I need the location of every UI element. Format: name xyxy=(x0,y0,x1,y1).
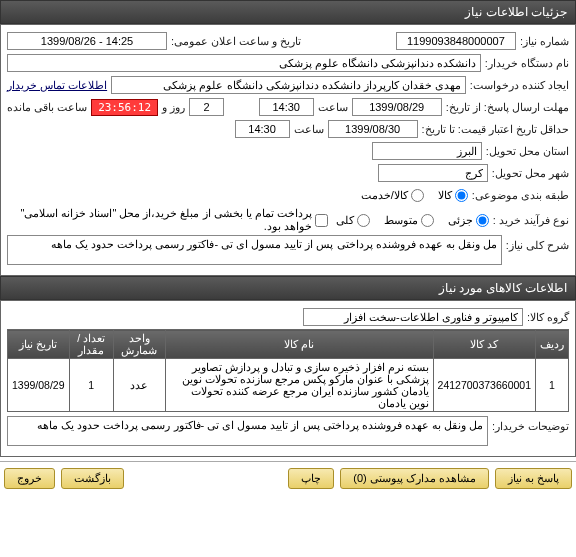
announce-field[interactable] xyxy=(7,32,167,50)
desc-textarea[interactable] xyxy=(7,235,502,265)
col-row: ردیف xyxy=(536,330,569,359)
days-remain-label: روز و xyxy=(162,101,185,114)
deadline-date-field[interactable] xyxy=(352,98,442,116)
cell-qty: 1 xyxy=(69,359,113,412)
buyer-notes-label: توضیحات خریدار: xyxy=(492,416,569,433)
province-label: استان محل تحویل: xyxy=(486,145,569,158)
countdown-timer: 23:56:12 xyxy=(91,99,158,116)
contact-link[interactable]: اطلاعات تماس خریدار xyxy=(7,79,107,92)
print-button[interactable]: چاپ xyxy=(288,468,334,489)
buyer-notes-textarea[interactable] xyxy=(7,416,488,446)
time-label-2: ساعت xyxy=(294,123,324,136)
cell-unit: عدد xyxy=(113,359,165,412)
col-qty: تعداد / مقدار xyxy=(69,330,113,359)
process-opt-medium[interactable]: متوسط xyxy=(384,214,434,227)
back-button[interactable]: بازگشت xyxy=(61,468,124,489)
panel-title: جزئیات اطلاعات نیاز xyxy=(465,5,567,19)
treasury-note[interactable]: پرداخت تمام یا بخشی از مبلغ خرید،از محل … xyxy=(7,207,328,233)
announce-label: تاریخ و ساعت اعلان عمومی: xyxy=(171,35,301,48)
panel-header: جزئیات اطلاعات نیاز xyxy=(0,0,576,24)
items-title: اطلاعات کالاهای مورد نیاز xyxy=(439,281,567,295)
items-table-wrap: ردیف کد کالا نام کالا واحد شمارش تعداد /… xyxy=(7,329,569,412)
budget-opt-goods[interactable]: کالا xyxy=(438,189,468,202)
deadline-label: مهلت ارسال پاسخ: از تاریخ: xyxy=(446,101,569,114)
countdown-label: ساعت باقی مانده xyxy=(7,101,87,114)
exit-button[interactable]: خروج xyxy=(4,468,55,489)
cell-code: 2412700373660001 xyxy=(433,359,535,412)
time-label-1: ساعت xyxy=(318,101,348,114)
budget-radio-group: کالا کالا/خدمت xyxy=(361,189,468,202)
cell-name: بسته نرم افزار ذخیره سازی و تبادل و پردا… xyxy=(165,359,433,412)
items-header: اطلاعات کالاهای مورد نیاز xyxy=(0,276,576,300)
need-form: شماره نیاز: تاریخ و ساعت اعلان عمومی: نا… xyxy=(0,24,576,276)
city-field[interactable] xyxy=(378,164,488,182)
col-unit: واحد شمارش xyxy=(113,330,165,359)
buyer-label: نام دستگاه خریدار: xyxy=(485,57,569,70)
process-opt-large[interactable]: کلی xyxy=(336,214,370,227)
process-radio-group: جزئی متوسط کلی xyxy=(336,214,489,227)
group-label: گروه کالا: xyxy=(527,311,569,324)
attachments-button[interactable]: مشاهده مدارک پیوستی (0) xyxy=(340,468,489,489)
validity-date-field[interactable] xyxy=(328,120,418,138)
cell-idx: 1 xyxy=(536,359,569,412)
items-area: گروه کالا: ردیف کد کالا نام کالا واحد شم… xyxy=(0,300,576,457)
desc-label: شرح کلی نیاز: xyxy=(506,235,569,252)
cell-date: 1399/08/29 xyxy=(8,359,70,412)
budget-label: طبقه بندی موضوعی: xyxy=(472,189,569,202)
need-no-field[interactable] xyxy=(396,32,516,50)
budget-opt-service[interactable]: کالا/خدمت xyxy=(361,189,424,202)
process-opt-small[interactable]: جزئی xyxy=(448,214,489,227)
deadline-time-field[interactable] xyxy=(259,98,314,116)
col-date: تاریخ نیاز xyxy=(8,330,70,359)
reply-button[interactable]: پاسخ به نیاز xyxy=(495,468,572,489)
province-field[interactable] xyxy=(372,142,482,160)
process-label: نوع فرآیند خرید : xyxy=(493,214,569,227)
validity-time-field[interactable] xyxy=(235,120,290,138)
col-name: نام کالا xyxy=(165,330,433,359)
days-remain-field xyxy=(189,98,224,116)
validity-label: حداقل تاریخ اعتبار قیمت: تا تاریخ: xyxy=(422,123,569,136)
items-table: ردیف کد کالا نام کالا واحد شمارش تعداد /… xyxy=(7,329,569,412)
need-no-label: شماره نیاز: xyxy=(520,35,569,48)
col-code: کد کالا xyxy=(433,330,535,359)
table-row[interactable]: 1 2412700373660001 بسته نرم افزار ذخیره … xyxy=(8,359,569,412)
button-row: پاسخ به نیاز مشاهده مدارک پیوستی (0) چاپ… xyxy=(0,461,576,495)
creator-label: ایجاد کننده درخواست: xyxy=(470,79,569,92)
buyer-field[interactable] xyxy=(7,54,481,72)
group-field[interactable] xyxy=(303,308,523,326)
city-label: شهر محل تحویل: xyxy=(492,167,569,180)
creator-field[interactable] xyxy=(111,76,466,94)
